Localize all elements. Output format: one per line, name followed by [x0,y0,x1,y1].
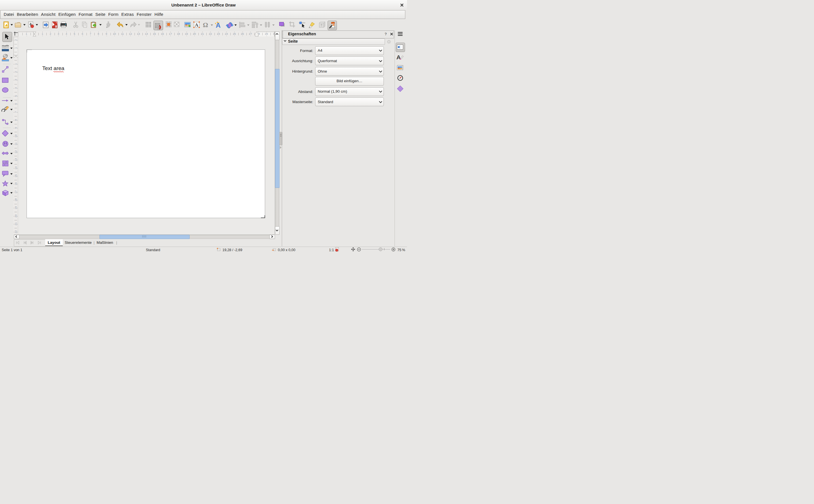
svg-text:A: A [195,22,198,28]
svg-text:Ω: Ω [203,21,208,28]
